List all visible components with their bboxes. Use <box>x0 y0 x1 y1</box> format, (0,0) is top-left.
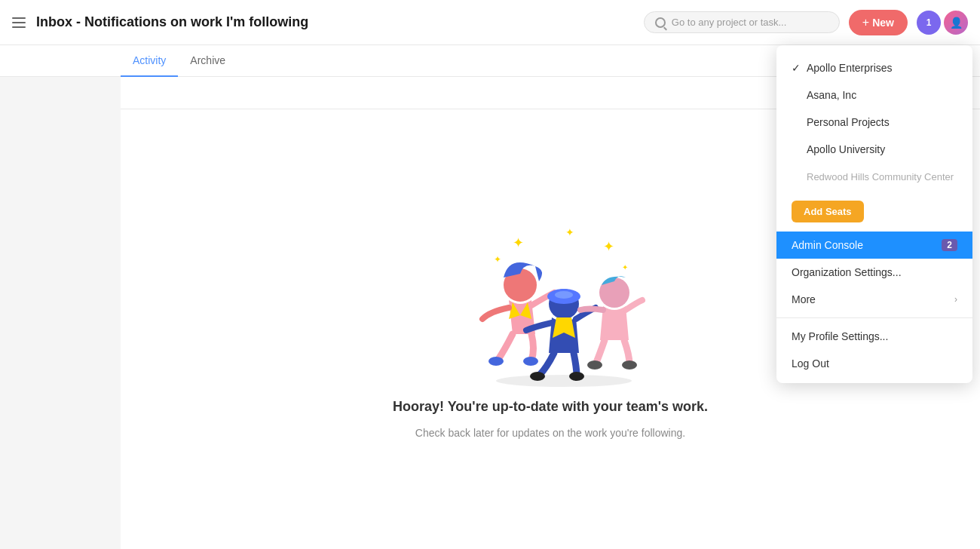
workspace-list: ✓ Apollo Enterprises ✓ Asana, Inc ✓ Pers… <box>776 51 972 193</box>
notification-badge[interactable]: 1 <box>917 11 941 35</box>
svg-text:✦: ✦ <box>513 235 524 250</box>
workspace-label: Redwood Hills Community Center <box>807 171 954 182</box>
tab-archive[interactable]: Archive <box>178 45 237 77</box>
more-label: More <box>792 293 816 305</box>
admin-console-label: Admin Console <box>792 239 863 251</box>
new-button-plus: + <box>862 16 869 29</box>
new-button[interactable]: + New <box>849 10 908 35</box>
admin-console-badge: 2 <box>942 239 957 251</box>
svg-point-15 <box>622 360 637 370</box>
check-icon: ✓ <box>792 62 801 74</box>
search-placeholder: Go to any project or task... <box>672 17 786 28</box>
svg-text:✦: ✦ <box>622 263 628 271</box>
svg-point-7 <box>523 357 538 366</box>
workspace-item-personal-projects[interactable]: ✓ Personal Projects <box>776 109 972 136</box>
add-seats-button[interactable]: Add Seats <box>792 201 864 222</box>
workspace-item-apollo-enterprises[interactable]: ✓ Apollo Enterprises <box>776 54 972 81</box>
more-item[interactable]: More › <box>776 286 972 313</box>
profile-settings-item[interactable]: My Profile Settings... <box>776 323 972 350</box>
dancing-illustration: ✦ ✦ ✦ ✦ ✦ <box>437 221 663 387</box>
workspace-label: Personal Projects <box>807 116 890 128</box>
sidebar <box>0 77 121 549</box>
empty-state-subtitle: Check back later for updates on the work… <box>415 427 685 439</box>
svg-point-14 <box>587 360 602 370</box>
workspace-item-redwood-hills[interactable]: ✓ Redwood Hills Community Center <box>776 163 972 190</box>
workspace-dropdown: ✓ Apollo Enterprises ✓ Asana, Inc ✓ Pers… <box>776 45 972 383</box>
hamburger-menu-icon[interactable] <box>12 15 27 30</box>
svg-text:✦: ✦ <box>494 254 501 265</box>
log-out-label: Log Out <box>792 357 829 370</box>
page-title: Inbox - Notifications on work I'm follow… <box>36 14 308 30</box>
topbar-right: Go to any project or task... + New 1 👤 <box>644 10 968 35</box>
empty-state-title: Hooray! You're up-to-date with your team… <box>393 399 708 415</box>
profile-settings-label: My Profile Settings... <box>792 330 888 342</box>
svg-point-6 <box>488 357 504 366</box>
topbar-left: Inbox - Notifications on work I'm follow… <box>12 14 644 30</box>
workspace-label: Apollo University <box>807 143 885 155</box>
search-icon <box>655 17 666 28</box>
new-button-label: New <box>872 17 894 29</box>
workspace-item-asana-inc[interactable]: ✓ Asana, Inc <box>776 81 972 109</box>
log-out-item[interactable]: Log Out <box>776 350 972 377</box>
svg-point-10 <box>555 291 573 299</box>
admin-console-item[interactable]: Admin Console 2 <box>776 232 972 259</box>
tab-activity[interactable]: Activity <box>121 45 178 77</box>
org-settings-label: Organization Settings... <box>792 266 902 278</box>
topbar: Inbox - Notifications on work I'm follow… <box>0 0 980 45</box>
dropdown-divider <box>776 317 972 318</box>
svg-text:✦: ✦ <box>565 226 574 238</box>
svg-point-16 <box>496 375 632 387</box>
org-settings-item[interactable]: Organization Settings... <box>776 259 972 286</box>
avatar-group: 1 👤 <box>917 11 968 35</box>
svg-text:✦: ✦ <box>603 239 614 254</box>
search-bar[interactable]: Go to any project or task... <box>644 11 840 33</box>
workspace-item-apollo-university[interactable]: ✓ Apollo University <box>776 136 972 163</box>
avatar[interactable]: 👤 <box>944 11 968 35</box>
workspace-label: Asana, Inc <box>807 89 856 101</box>
chevron-right-icon: › <box>954 294 957 305</box>
workspace-label: Apollo Enterprises <box>807 62 893 74</box>
